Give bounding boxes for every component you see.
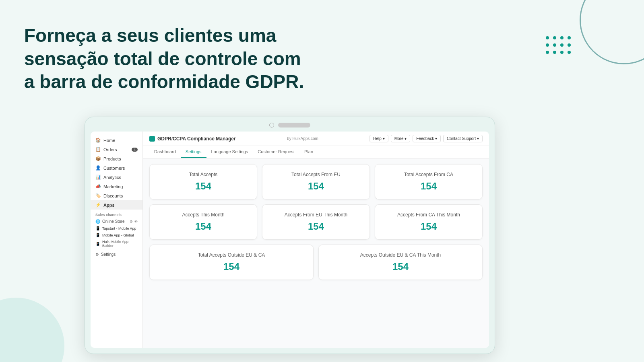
- stat-card-total-accepts: Total Accepts 154: [149, 164, 257, 200]
- customers-icon: 👤: [95, 165, 101, 171]
- settings-dots: ⚙ 👁: [130, 220, 138, 224]
- help-button[interactable]: Help ▾: [369, 135, 388, 142]
- sidebar-item-label: Discounts: [103, 193, 123, 198]
- sidebar-item-marketing[interactable]: 📣 Marketing: [91, 182, 142, 191]
- sidebar: 🏠 Home 📋 Orders 4 📦 Products 👤 Customers: [91, 132, 143, 348]
- laptop-wrapper: 🏠 Home 📋 Orders 4 📦 Products 👤 Customers: [85, 117, 495, 354]
- stat-value: 154: [421, 181, 437, 192]
- stat-label: Accepts From CA This Month: [397, 212, 460, 218]
- header-buttons: Help ▾ More ▾ Feedback ▾ Contact Support…: [369, 135, 483, 142]
- analytics-icon: 📊: [95, 175, 101, 180]
- sidebar-item-analytics[interactable]: 📊 Analytics: [91, 173, 142, 182]
- stats-bottom-row: Total Accepts Outside EU & CA 154 Accept…: [149, 245, 483, 280]
- app-header: GDPR/CCPA Compliance Manager by HulkApps…: [143, 132, 489, 146]
- channel-icon: 🌐: [95, 219, 100, 224]
- channel-icon: 📱: [95, 233, 100, 237]
- orders-icon: 📋: [95, 147, 101, 152]
- channel-label: Mobile App - Global: [102, 233, 134, 237]
- tab-language-settings[interactable]: Language Settings: [206, 146, 253, 158]
- feedback-button[interactable]: Feedback ▾: [413, 135, 441, 142]
- settings-label: Settings: [101, 252, 116, 257]
- notch-circle: [269, 123, 274, 128]
- sidebar-item-products[interactable]: 📦 Products: [91, 154, 142, 163]
- stat-label: Total Accepts From EU: [291, 172, 341, 177]
- hero-section: Forneça a seus clientes uma sensação tot…: [24, 24, 306, 94]
- channel-label: Online Store: [102, 219, 125, 224]
- home-icon: 🏠: [95, 138, 101, 143]
- notch-pill: [278, 123, 310, 128]
- channel-icon: 📱: [95, 226, 100, 230]
- stat-label: Total Accepts From CA: [404, 172, 453, 177]
- sidebar-item-customers[interactable]: 👤 Customers: [91, 163, 142, 173]
- sidebar-settings[interactable]: ⚙ Settings: [91, 249, 142, 260]
- app-brand: by HulkApps.com: [287, 136, 318, 141]
- app-title-row: GDPR/CCPA Compliance Manager: [149, 136, 236, 142]
- sidebar-channel-tapstart[interactable]: 📱 Tapstart - Mobile App: [91, 225, 142, 232]
- stat-label: Total Accepts Outside EU & CA: [198, 252, 265, 258]
- sidebar-channel-online-store[interactable]: 🌐 Online Store ⚙ 👁: [91, 218, 142, 225]
- stat-value: 154: [195, 221, 211, 232]
- sidebar-channel-hulk[interactable]: 📱 Hulk Mobile App Builder: [91, 239, 142, 249]
- stat-card-outside-eu-ca: Total Accepts Outside EU & CA 154: [149, 245, 314, 280]
- products-icon: 📦: [95, 156, 101, 161]
- tab-customer-request[interactable]: Customer Request: [253, 146, 299, 158]
- stat-card-total-eu: Total Accepts From EU 154: [262, 164, 370, 200]
- sidebar-item-label: Apps: [103, 203, 115, 208]
- sidebar-item-label: Products: [103, 156, 121, 161]
- apps-icon: ⚡: [95, 202, 101, 208]
- stat-card-outside-eu-ca-month: Accepts Outside EU & CA This Month 154: [318, 245, 483, 280]
- stat-value: 154: [223, 261, 239, 272]
- stats-grid: Total Accepts 154 Total Accepts From EU …: [149, 164, 483, 240]
- stat-label: Accepts This Month: [182, 212, 224, 218]
- stat-card-total-ca: Total Accepts From CA 154: [375, 164, 483, 200]
- stat-value: 154: [195, 181, 211, 192]
- sidebar-section-label: Sales channels: [91, 210, 142, 218]
- sidebar-item-orders[interactable]: 📋 Orders 4: [91, 145, 142, 154]
- tab-plan[interactable]: Plan: [299, 146, 318, 158]
- sidebar-item-discounts[interactable]: 🏷️ Discounts: [91, 191, 142, 200]
- stat-value: 154: [392, 261, 409, 272]
- app-screen: 🏠 Home 📋 Orders 4 📦 Products 👤 Customers: [91, 132, 489, 348]
- channel-label: Hulk Mobile App Builder: [102, 240, 138, 248]
- discounts-icon: 🏷️: [95, 193, 101, 198]
- laptop-screen: 🏠 Home 📋 Orders 4 📦 Products 👤 Customers: [85, 117, 495, 354]
- stat-card-eu-this-month: Accepts From EU This Month 154: [262, 204, 370, 240]
- settings-icon: ⚙: [95, 252, 99, 257]
- stat-label: Accepts Outside EU & CA This Month: [360, 252, 441, 258]
- sidebar-item-label: Home: [103, 138, 115, 143]
- app-icon: [149, 136, 155, 142]
- tab-settings[interactable]: Settings: [181, 146, 206, 158]
- more-button[interactable]: More ▾: [391, 135, 411, 142]
- tabs-bar: Dashboard Settings Language Settings Cus…: [143, 146, 489, 158]
- channel-label: Tapstart - Mobile App: [102, 226, 136, 230]
- contact-support-button[interactable]: Contact Support ▾: [443, 135, 483, 142]
- channel-icon: 📱: [95, 242, 100, 246]
- sidebar-item-apps[interactable]: ⚡ Apps: [91, 200, 142, 210]
- stat-value: 154: [308, 181, 324, 192]
- stat-label: Accepts From EU This Month: [285, 212, 348, 218]
- tab-dashboard[interactable]: Dashboard: [149, 146, 181, 158]
- hero-title: Forneça a seus clientes uma sensação tot…: [24, 24, 306, 94]
- marketing-icon: 📣: [95, 184, 101, 189]
- main-content: GDPR/CCPA Compliance Manager by HulkApps…: [143, 132, 489, 348]
- stat-label: Total Accepts: [189, 172, 218, 177]
- stat-card-ca-this-month: Accepts From CA This Month 154: [375, 204, 483, 240]
- sidebar-item-label: Marketing: [103, 184, 123, 189]
- sidebar-item-label: Orders: [103, 147, 117, 152]
- bg-circle-bottom: [0, 298, 64, 362]
- dashboard-content: Total Accepts 154 Total Accepts From EU …: [143, 158, 489, 348]
- sidebar-item-home[interactable]: 🏠 Home: [91, 136, 142, 145]
- app-title: GDPR/CCPA Compliance Manager: [157, 136, 236, 142]
- sidebar-item-label: Analytics: [103, 175, 121, 180]
- stat-value: 154: [421, 221, 437, 232]
- sidebar-item-label: Customers: [103, 166, 125, 171]
- orders-badge: 4: [132, 148, 138, 152]
- sidebar-channel-mobile-global[interactable]: 📱 Mobile App - Global: [91, 232, 142, 239]
- bg-circle-decoration: [580, 0, 644, 64]
- laptop-notch: [269, 123, 310, 128]
- dots-decoration: [546, 36, 572, 55]
- stat-value: 154: [308, 221, 324, 232]
- stat-card-this-month: Accepts This Month 154: [149, 204, 257, 240]
